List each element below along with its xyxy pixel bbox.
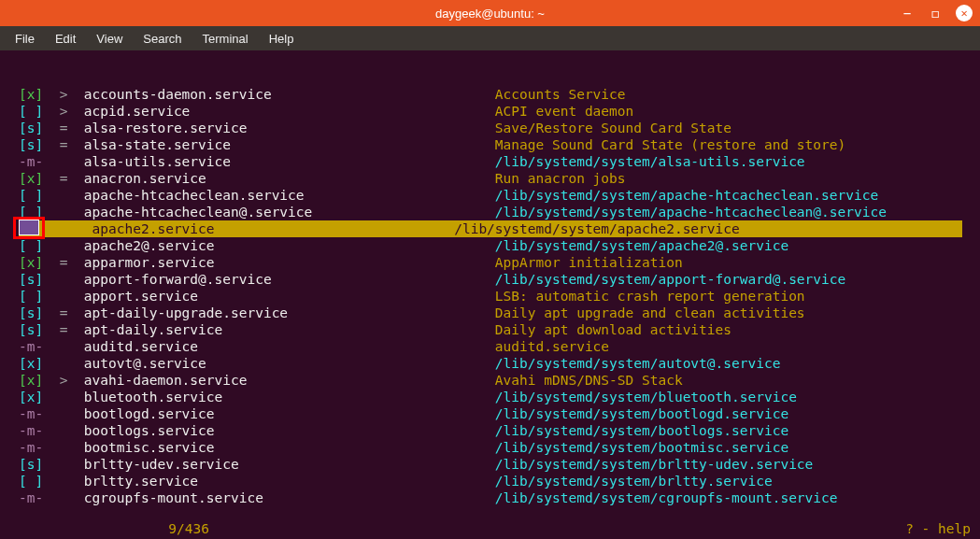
flag-mark — [43, 188, 84, 203]
flag-mark — [43, 289, 84, 304]
service-row[interactable]: [ ] > acpid.serviceACPI event daemon — [4, 103, 976, 120]
menubar: File Edit View Search Terminal Help — [0, 26, 980, 50]
maximize-icon[interactable]: ◻ — [928, 6, 943, 21]
service-name: avahi-daemon.service — [84, 372, 495, 389]
service-desc: /lib/systemd/system/apache2@.service — [495, 237, 788, 254]
flag-mark: = — [43, 305, 84, 320]
terminal-content[interactable]: [x] > accounts-daemon.serviceAccounts Se… — [0, 50, 980, 539]
flag-mark: > — [43, 87, 84, 102]
service-row[interactable]: [s] = apt-daily-upgrade.serviceDaily apt… — [4, 305, 976, 321]
flag-mark: > — [43, 104, 84, 119]
status-mark: [x] — [19, 356, 43, 371]
service-desc: auditd.service — [495, 338, 609, 355]
status-mark: [ ] — [19, 188, 43, 203]
service-name: apache-htcacheclean.service — [84, 187, 495, 204]
service-name: bluetooth.service — [84, 389, 495, 405]
service-row[interactable]: [ ] apport.serviceLSB: automatic crash r… — [4, 288, 976, 305]
menu-file[interactable]: File — [6, 29, 44, 49]
flag-mark — [43, 154, 84, 169]
service-name: alsa-restore.service — [84, 120, 495, 136]
service-name: apache2.service — [43, 220, 454, 237]
status-bar: 9/436 ? - help — [0, 520, 980, 539]
service-row[interactable]: -m- alsa-utils.service/lib/systemd/syste… — [4, 153, 976, 170]
status-mark: [s] — [19, 457, 43, 472]
service-row[interactable]: [x] = anacron.serviceRun anacron jobs — [4, 170, 976, 187]
flag-mark — [43, 390, 84, 404]
service-name: alsa-utils.service — [84, 153, 495, 170]
service-row[interactable]: [x] bluetooth.service/lib/systemd/system… — [4, 389, 976, 405]
service-desc: /lib/systemd/system/apport-forward@.serv… — [495, 271, 845, 288]
service-row[interactable]: [x] = apparmor.serviceAppArmor initializ… — [4, 254, 976, 271]
flag-mark — [43, 272, 84, 287]
service-name: apport-forward@.service — [84, 271, 495, 288]
service-row[interactable]: [s] brltty-udev.service/lib/systemd/syst… — [4, 456, 976, 473]
status-mark: [x] — [19, 255, 43, 270]
service-row[interactable]: apache2.service/lib/systemd/system/apach… — [4, 220, 976, 237]
flag-mark: = — [43, 137, 84, 152]
service-row[interactable]: -m- bootmisc.service/lib/systemd/system/… — [4, 439, 976, 456]
service-row[interactable]: -m- cgroupfs-mount.service/lib/systemd/s… — [4, 489, 976, 506]
service-name: apt-daily-upgrade.service — [84, 305, 495, 321]
service-row[interactable]: [s] = apt-daily.serviceDaily apt downloa… — [4, 321, 976, 338]
service-desc: Manage Sound Card State (restore and sto… — [495, 136, 845, 153]
service-desc: LSB: automatic crash report generation — [495, 288, 805, 305]
status-mark: [s] — [19, 137, 43, 152]
minimize-icon[interactable]: − — [900, 6, 915, 21]
service-row[interactable]: [x] > accounts-daemon.serviceAccounts Se… — [4, 86, 976, 103]
flag-mark — [43, 423, 84, 438]
service-row[interactable]: -m- auditd.serviceauditd.service — [4, 338, 976, 355]
flag-mark — [43, 406, 84, 421]
service-row[interactable]: [x] autovt@.service/lib/systemd/system/a… — [4, 355, 976, 372]
service-desc: Save/Restore Sound Card State — [495, 120, 731, 136]
status-mark: [x] — [19, 390, 43, 404]
service-row[interactable]: [ ] apache2@.service/lib/systemd/system/… — [4, 237, 976, 254]
service-name: brltty-udev.service — [84, 456, 495, 473]
service-row[interactable]: [x] > avahi-daemon.serviceAvahi mDNS/DNS… — [4, 372, 976, 389]
status-help: ? - help — [905, 520, 971, 537]
service-row[interactable]: [s] apport-forward@.service/lib/systemd/… — [4, 271, 976, 288]
flag-mark: = — [43, 322, 84, 337]
service-desc: /lib/systemd/system/apache-htcacheclean@… — [495, 204, 887, 220]
status-mark: [ ] — [19, 474, 43, 489]
service-row[interactable]: -m- bootlogd.service/lib/systemd/system/… — [4, 405, 976, 422]
service-desc: /lib/systemd/system/bootlogs.service — [495, 422, 788, 439]
selected-row[interactable]: apache2.service/lib/systemd/system/apach… — [19, 220, 962, 237]
service-row[interactable]: -m- bootlogs.service/lib/systemd/system/… — [4, 422, 976, 439]
flag-mark — [43, 339, 84, 354]
service-name: apache2@.service — [84, 237, 495, 254]
status-mark: [x] — [19, 87, 43, 102]
service-row[interactable]: [s] = alsa-restore.serviceSave/Restore S… — [4, 120, 976, 136]
service-desc: /lib/systemd/system/alsa-utils.service — [495, 153, 805, 170]
flag-mark — [43, 205, 84, 220]
flag-mark — [43, 440, 84, 455]
status-mark: [s] — [19, 305, 43, 320]
status-position: 9/436 — [4, 520, 209, 537]
flag-mark: = — [43, 171, 84, 186]
menu-edit[interactable]: Edit — [46, 29, 85, 49]
titlebar: daygeek@ubuntu: ~ − ◻ ✕ — [0, 0, 980, 26]
service-row[interactable]: [ ] apache-htcacheclean.service/lib/syst… — [4, 187, 976, 204]
status-mark: [s] — [19, 322, 43, 337]
menu-search[interactable]: Search — [134, 29, 191, 49]
service-name: bootlogs.service — [84, 422, 495, 439]
status-mark: -m- — [19, 440, 43, 455]
status-mark: [ ] — [19, 205, 43, 220]
service-desc: /lib/systemd/system/autovt@.service — [495, 355, 781, 372]
service-row[interactable]: [ ] apache-htcacheclean@.service/lib/sys… — [4, 204, 976, 220]
service-row[interactable]: [ ] brltty.service/lib/systemd/system/br… — [4, 473, 976, 489]
service-name: bootlogd.service — [84, 405, 495, 422]
flag-mark — [43, 474, 84, 489]
service-name: acpid.service — [84, 103, 495, 120]
menu-terminal[interactable]: Terminal — [193, 29, 258, 49]
menu-help[interactable]: Help — [260, 29, 304, 49]
service-name: brltty.service — [84, 473, 495, 489]
service-desc: /lib/systemd/system/apache2.service — [454, 220, 740, 237]
window-title: daygeek@ubuntu: ~ — [435, 7, 545, 21]
close-icon[interactable]: ✕ — [956, 5, 973, 21]
service-name: alsa-state.service — [84, 136, 495, 153]
service-desc: /lib/systemd/system/brltty.service — [495, 473, 773, 489]
flag-mark — [43, 457, 84, 472]
menu-view[interactable]: View — [87, 29, 132, 49]
service-row[interactable]: [s] = alsa-state.serviceManage Sound Car… — [4, 136, 976, 153]
status-mark: -m- — [19, 154, 43, 169]
